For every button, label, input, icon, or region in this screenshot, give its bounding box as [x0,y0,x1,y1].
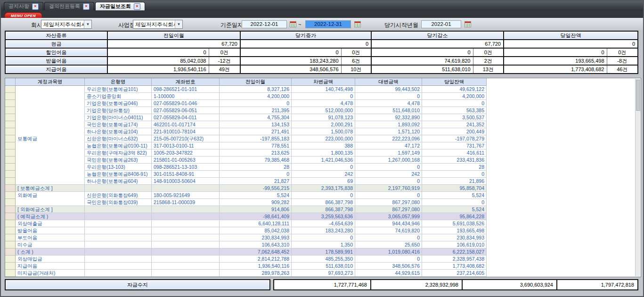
debit-amount-cell: 3,259,563,636 [292,213,355,220]
prev-balance-cell: 4,755,304 [220,114,292,121]
row-indicator[interactable] [5,234,16,241]
vertical-scrollbar[interactable] [635,79,640,276]
tab-label: 결의전표등록 [49,3,80,10]
table-row[interactable]: 하나은행(보통예금604) 148-910003-50604 21,827 69… [5,178,487,185]
row-indicator[interactable] [5,107,16,114]
table-row[interactable]: 외상매출금 6,640,128,111 -4,654,639 944,434,9… [5,220,487,227]
close-icon[interactable]: × [134,3,140,10]
close-icon[interactable]: × [83,3,90,10]
chevron-down-icon[interactable]: ▼ [175,20,182,28]
table-row[interactable]: 국민은행(보통예금174) 462201-01-017174 134,153 2… [5,121,487,128]
table-row[interactable]: 받을어음 85,042,038 183,243,280 74,619,820 1… [5,227,487,234]
table-row[interactable]: 기업은행(당좌통장) 027-055829-06-051 211,395 512… [5,107,487,114]
chevron-down-icon[interactable]: ▼ [84,20,91,28]
table-row[interactable]: 미수금 106,643,310 1,350 25,650 106,619,010 [5,241,487,248]
row-indicator[interactable] [5,270,16,277]
daily-balance-cell: 416,611 [422,149,487,157]
row-indicator[interactable] [5,135,16,142]
tab-label: 공지사항 [8,3,29,10]
decrease-count: 13건 [473,65,504,74]
daily-balance-cell: 0 [422,100,487,107]
row-indicator[interactable] [5,220,16,227]
table-row[interactable]: 지급어음 1,936,540,116 511,638,010 348,506,5… [5,263,487,270]
table-row[interactable]: 중소기업중앙회 1-100000 4,200,000 0 0 4,200,000 [5,93,487,100]
footer-total-value: 1,727,771,468 [273,279,371,290]
company-select[interactable]: 제일저지주식회사 ▼ [41,20,92,29]
row-indicator[interactable] [5,164,16,171]
table-row[interactable]: [ 외화예금소계 ] 914,806 866,387,798 867,297,0… [5,206,487,213]
row-indicator[interactable] [5,178,16,185]
calendar-icon[interactable] [354,21,361,27]
menu-strip: MENU OPEN [1,10,643,18]
period-start-input[interactable]: 2022-01 [421,20,461,28]
row-indicator[interactable] [5,93,16,100]
site-select[interactable]: 제일저지주식회사 ▼ [133,20,183,29]
summary-header: 당기증가 [240,31,371,40]
base-date-from-input[interactable]: 2022-12-01 [242,20,287,28]
debit-amount-cell: 0 [292,234,355,241]
row-indicator[interactable] [5,142,16,149]
row-indicator[interactable] [5,241,16,248]
tab[interactable]: 결의전표등록 × [44,2,94,10]
calendar-icon[interactable] [465,21,471,27]
table-row[interactable]: ( 예적금소계 ) -98,641,409 3,259,563,636 3,06… [5,213,487,220]
base-date-to-input[interactable]: 2022-12-31 [305,20,351,28]
table-row[interactable]: 외화예금 신한은행(외화통장649) 180-005-921649 5,524 … [5,192,487,199]
table-row[interactable]: 우리은행(보통예금101) 098-286521-01-101 8,327,12… [5,86,487,93]
table-row[interactable]: [ 보통예금소계 ] -99,556,215 2,393,175,838 2,1… [5,185,487,192]
row-indicator[interactable] [5,185,16,192]
row-indicator[interactable] [5,206,16,213]
company-value: 제일저지주식회사 [41,20,84,28]
row-indicator[interactable] [5,263,16,270]
table-row[interactable]: 농협은행(보통예금0100-11) 317-0013-0100-11 778,5… [5,142,487,149]
daily-balance-cell: 106,619,010 [422,241,487,248]
row-indicator[interactable] [5,256,16,263]
account-name-cell: 부도어음 [16,234,85,241]
row-indicator[interactable] [5,100,16,107]
table-row[interactable]: 보통예금 신한은행(마이너스632) 215-05-007210(구632) -… [5,135,487,142]
table-row[interactable]: 부도어음 230,834,993 0 0 230,834,993 [5,234,487,241]
close-icon[interactable]: × [32,3,39,10]
increase-count: 10건 [341,65,371,74]
table-row[interactable]: 기업은행(마이너스04011) 027-055829-04-011 4,755,… [5,114,487,121]
detail-header: 대변금액 [355,78,422,86]
detail-header: 당일잔액 [422,78,487,86]
table-row[interactable]: 국민은행(외화통장039) 215868-11-000039 909,282 8… [5,199,487,206]
row-indicator[interactable] [5,157,16,164]
table-row[interactable]: ( 소계 ) 7,062,648,452 178,589,991 1,019,0… [5,248,487,256]
row-indicator[interactable] [5,199,16,206]
row-indicator[interactable] [5,128,16,135]
table-row[interactable]: 농협은행(보통예금8408-91) 301-0151-8408-91 0 242… [5,171,487,178]
table-row[interactable]: 국민은행(보통예금263) 215801-01-005263 79,385,46… [5,157,487,164]
table-row[interactable]: 우리은행(13-103) 098-286521-13-103 28 0 0 28 [5,164,487,171]
table-row[interactable]: 미지급금(거래처) 289,978,263 97,693,273 44,929,… [5,270,487,277]
row-indicator[interactable] [5,227,16,234]
account-number-cell: 098-286521-01-101 [152,86,220,93]
table-row[interactable]: 외상매입금 2,814,212,788 485,255,350 0 2,328,… [5,256,487,263]
table-row[interactable]: 하나은행(보통예금104) 221-910010-78104 271,491 1… [5,128,487,135]
table-row[interactable]: 기업은행(보통예금046) 027-055829-01-046 0 4,478 … [5,100,487,107]
tab[interactable]: 공지사항 × [4,2,43,10]
row-indicator[interactable] [5,171,16,178]
tab-label: 자금일보조회 [100,3,131,10]
tab[interactable]: 자금일보조회 × [95,2,145,10]
account-number-cell: 027-055829-01-046 [152,100,220,107]
row-indicator[interactable] [5,121,16,128]
row-indicator[interactable] [5,192,16,199]
account-name-cell [16,93,85,100]
row-indicator[interactable] [5,213,16,220]
prev-count: 49건 [209,65,240,74]
row-indicator[interactable] [5,114,16,121]
debit-amount-cell: 866,387,798 [292,199,355,206]
daily-balance-cell: 5,691,038,526 [422,220,487,227]
row-indicator[interactable] [5,149,16,157]
daily-balance-cell: 4,200,000 [422,93,487,100]
account-name-cell [16,128,85,135]
bank-name-cell [85,263,152,270]
table-row[interactable]: 우리은행(구매자금3억 822) 1005-203-347822 213,625… [5,149,487,157]
calendar-icon[interactable] [290,21,296,27]
scrollbar-thumb[interactable] [636,80,640,111]
decrease-amount: 67,720 [371,40,504,48]
row-indicator[interactable] [5,86,16,93]
row-indicator[interactable] [5,248,16,256]
